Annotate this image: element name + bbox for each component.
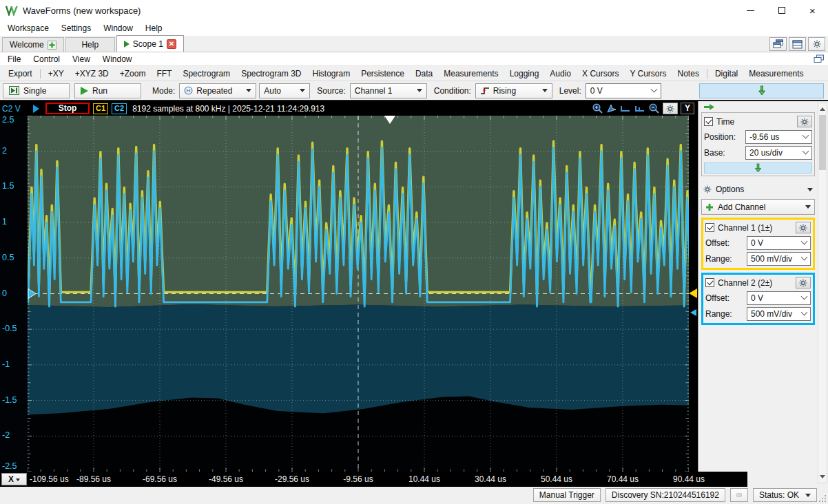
tab-help[interactable]: Help [65,37,115,52]
plot-settings-button[interactable] [663,103,678,114]
x-tick-label: 70.44 us [607,474,639,484]
toolbar-add-xyz3d[interactable]: +XYZ 3D [70,67,114,80]
channel-1-badge[interactable]: C1 [93,103,108,114]
level-combo[interactable]: 0 V [586,83,661,98]
scrollbar-thumb[interactable] [819,115,826,170]
toolbar-digital[interactable]: Digital [710,67,743,80]
cursor-horizontal-icon[interactable] [619,104,631,113]
mode-dropdown[interactable]: Repeated [179,83,256,98]
tab-welcome[interactable]: Welcome [2,37,64,52]
toolbar-y-cursors[interactable]: Y Cursors [624,67,672,80]
toolbar-persistence[interactable]: Persistence [355,67,410,80]
acquire-dropdown[interactable]: Auto [259,83,310,98]
menu-help[interactable]: Help [139,22,169,34]
add-channel-button[interactable]: Add Channel [701,199,815,215]
time-position-value: -9.56 us [749,132,779,142]
device-button[interactable]: Discovery SN:210244516192 [606,488,725,502]
toolbar-fft[interactable]: FFT [151,67,177,80]
panel-arrow-icon[interactable] [703,103,715,111]
toolbar-logging[interactable]: Logging [504,67,545,80]
toolbar-spectrogram-3d[interactable]: Spectrogram 3D [236,67,307,80]
channel-1-offset-combo[interactable]: 0 V [747,236,811,250]
x-tick-label: 30.44 us [475,474,506,484]
channel-2-header: Channel 2 (2±) [705,276,811,289]
scope-menu-view[interactable]: View [66,54,96,65]
trigger-position-marker-icon[interactable] [384,116,395,124]
tile-windows-button[interactable] [789,37,806,51]
axis-unit-selector[interactable]: C2 V [2,104,27,114]
status-button[interactable]: Status: OK [753,488,817,502]
y-axis-button[interactable]: Y [681,103,694,114]
run-button[interactable]: Run [74,83,141,98]
cascade-windows-button[interactable] [769,37,787,51]
scope-menu-file[interactable]: File [1,54,27,65]
options-dropdown[interactable]: Options [701,182,815,197]
plus-icon [705,203,714,211]
add-workspace-icon[interactable] [48,41,56,50]
menu-workspace[interactable]: Workspace [1,22,55,34]
waveform-plot[interactable]: 2.5 2 1.5 1 0.5 0 -0.5 -1 -1.5 -2 -2.5 [0,116,698,472]
channel-2-settings-button[interactable] [796,277,811,288]
title-bar: WaveForms (new workspace) × [0,0,828,21]
manual-trigger-button[interactable]: Manual Trigger [533,488,601,502]
x-axis-button[interactable]: X [1,473,27,485]
time-settings-button[interactable] [797,116,812,127]
channel-1-settings-button[interactable] [796,222,811,233]
toolbar-measurements-2[interactable]: Measurements [743,67,809,80]
time-group: Time Position: -9.56 us Base: 20 us/div [701,112,815,176]
toolbar-data[interactable]: Data [410,67,438,80]
time-base-combo[interactable]: 20 us/div [745,146,812,160]
channel-2-badge[interactable]: C2 [112,103,127,114]
time-position-combo[interactable]: -9.56 us [745,130,812,144]
tab-scope-1[interactable]: Scope 1 ✕ [116,35,184,52]
scroll-down-icon[interactable] [820,475,825,481]
scroll-up-icon[interactable] [820,105,825,111]
condition-dropdown[interactable]: Rising [475,83,552,98]
tab-close-icon[interactable]: ✕ [167,39,176,49]
single-button[interactable]: Single [3,83,70,98]
menu-window[interactable]: Window [97,22,139,34]
close-button[interactable]: × [797,0,828,21]
toolbar-histogram[interactable]: Histogram [307,67,356,80]
resize-grip-icon[interactable] [819,495,827,503]
toolbar-spectrogram[interactable]: Spectrogram [177,67,236,80]
toolbar-x-cursors[interactable]: X Cursors [577,67,624,80]
stop-button[interactable]: Stop [45,103,90,114]
menu-settings[interactable]: Settings [55,22,97,34]
toolbar-notes[interactable]: Notes [672,67,705,80]
source-dropdown[interactable]: Channel 1 [350,83,427,98]
maximize-button[interactable] [766,0,797,21]
channel-2-range-combo[interactable]: 500 mV/div [747,307,811,321]
zoom-in-icon[interactable] [592,103,603,114]
maximize-icon [778,7,785,14]
channel-1-range-combo[interactable]: 500 mV/div [747,252,811,266]
restore-pane-button[interactable] [814,54,825,63]
tab-scope-label: Scope 1 [133,39,163,49]
channel-1-offset-marker-icon[interactable] [689,288,697,298]
toolbar-measurements[interactable]: Measurements [438,67,504,80]
toolbar-audio[interactable]: Audio [544,67,577,80]
channel-2-offset-marker-icon[interactable] [690,309,696,316]
scope-menu-window[interactable]: Window [96,54,138,65]
y-tick-label: 2 [2,146,7,156]
waveform-canvas[interactable] [28,116,689,472]
panel-scrollbar[interactable] [818,103,827,483]
play-indicator-icon[interactable] [33,105,39,113]
channel-1-offset-row: Offset: 0 V [705,235,811,250]
cursor-level-icon[interactable] [634,104,645,113]
device-manager-button[interactable] [730,488,748,502]
toolbar-add-zoom[interactable]: +Zoom [114,67,152,80]
channel-2-offset-combo[interactable]: 0 V [747,291,811,305]
zoom-out-icon[interactable] [648,103,660,114]
toolbar-add-xy[interactable]: +XY [43,67,70,80]
chevron-down-icon [803,148,809,155]
channel-2-checkbox[interactable] [705,278,714,287]
time-checkbox[interactable] [704,117,713,126]
app-settings-button[interactable] [808,37,825,51]
scope-menu-control[interactable]: Control [27,54,66,65]
minimize-button[interactable] [735,0,766,21]
toolbar-export[interactable]: Export [3,67,38,80]
mode-label: Mode: [152,86,175,96]
channel-1-checkbox[interactable] [705,223,714,232]
pointer-tool-icon[interactable] [606,103,617,114]
